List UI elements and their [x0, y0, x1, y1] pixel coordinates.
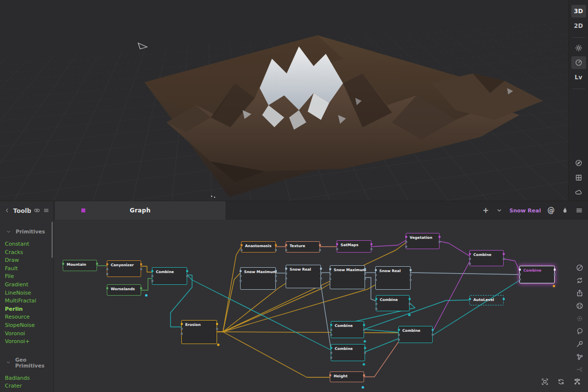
- node-port[interactable]: [405, 236, 407, 238]
- node-port[interactable]: [503, 253, 505, 255]
- node-port[interactable]: [275, 280, 277, 282]
- node-port[interactable]: [285, 249, 287, 251]
- node-port[interactable]: [96, 263, 98, 265]
- fit-view-icon[interactable]: [541, 378, 549, 386]
- toolbox-item-cracks[interactable]: Cracks: [5, 249, 53, 257]
- node-port[interactable]: [275, 249, 277, 251]
- node-port[interactable]: [151, 280, 153, 282]
- graph-node-satmaps[interactable]: SatMaps: [337, 240, 371, 253]
- node-port[interactable]: [370, 243, 372, 245]
- export-icon[interactable]: [576, 289, 584, 297]
- view-2d-button[interactable]: 2D: [571, 20, 586, 32]
- node-port[interactable]: [410, 274, 412, 276]
- node-port[interactable]: [241, 244, 243, 246]
- node-port[interactable]: [503, 298, 505, 300]
- node-port[interactable]: [106, 268, 108, 270]
- node-port[interactable]: [364, 273, 366, 275]
- node-port[interactable]: [320, 277, 322, 279]
- node-port[interactable]: [363, 374, 365, 376]
- node-port[interactable]: [439, 236, 441, 238]
- viewport-3d[interactable]: [0, 0, 568, 201]
- node-port[interactable]: [503, 258, 505, 260]
- node-port[interactable]: [330, 352, 332, 354]
- graph-canvas[interactable]: MountainCanyonizerCombineWorselandsAnast…: [54, 220, 588, 392]
- target-icon[interactable]: [576, 302, 584, 310]
- node-port[interactable]: [329, 278, 331, 280]
- toolbox-section-primitives[interactable]: Primitives: [6, 229, 53, 234]
- node-port[interactable]: [330, 347, 332, 349]
- graph-node-combine[interactable]: Combine: [152, 267, 187, 285]
- cloud-icon[interactable]: [571, 186, 586, 199]
- at-icon[interactable]: @: [547, 207, 555, 214]
- graph-node-snow-maximum[interactable]: Snow Maximum: [240, 267, 276, 290]
- node-port[interactable]: [181, 328, 183, 330]
- gauge-icon[interactable]: [571, 56, 586, 69]
- node-port[interactable]: [409, 298, 411, 300]
- node-port[interactable]: [364, 268, 366, 270]
- sun-icon[interactable]: [571, 42, 586, 54]
- toolbox-item-badlands[interactable]: Badlands: [5, 374, 53, 383]
- node-port[interactable]: [519, 269, 521, 271]
- view-3d-button[interactable]: 3D: [571, 5, 586, 18]
- node-port[interactable]: [216, 328, 218, 330]
- node-port[interactable]: [405, 241, 407, 243]
- graph-node-mountain[interactable]: Mountain: [63, 260, 97, 271]
- node-port[interactable]: [329, 374, 331, 376]
- node-port[interactable]: [181, 323, 183, 325]
- node-port[interactable]: [370, 248, 372, 250]
- node-port[interactable]: [106, 263, 108, 265]
- node-port[interactable]: [432, 329, 434, 331]
- node-port[interactable]: [469, 263, 471, 265]
- node-port[interactable]: [519, 274, 521, 276]
- node-port[interactable]: [285, 268, 287, 270]
- graph-node-texture[interactable]: Texture: [286, 241, 320, 253]
- node-port[interactable]: [106, 287, 108, 289]
- node-port[interactable]: [375, 303, 377, 305]
- node-port[interactable]: [330, 329, 332, 331]
- node-port[interactable]: [241, 249, 243, 251]
- graph-node-height[interactable]: Height: [330, 371, 364, 382]
- node-port[interactable]: [285, 244, 287, 246]
- node-port[interactable]: [330, 357, 332, 359]
- toolbox-item-crater[interactable]: Crater: [5, 382, 53, 391]
- node-port[interactable]: [329, 268, 331, 270]
- node-port[interactable]: [410, 269, 412, 271]
- node-port[interactable]: [330, 334, 332, 336]
- toolbox-item-resource[interactable]: Resource: [5, 313, 53, 322]
- graph-node-snow-maximum[interactable]: Snow Maximum: [330, 265, 365, 289]
- toolbox-item-slopenoise[interactable]: SlopeNoise: [5, 322, 53, 330]
- node-port[interactable]: [375, 274, 377, 276]
- graph-node-combine[interactable]: Combine: [398, 326, 433, 343]
- graph-node-combine[interactable]: Combine: [469, 250, 504, 266]
- graph-node-combine[interactable]: Combine: [376, 295, 410, 311]
- node-port[interactable]: [62, 263, 64, 265]
- graph-node-worselands[interactable]: Worselands: [107, 284, 141, 296]
- graph-node-autolevel[interactable]: AutoLevel: [469, 295, 504, 305]
- node-port[interactable]: [375, 269, 377, 271]
- graph-node-snow-real[interactable]: Snow Real: [375, 266, 411, 290]
- node-port[interactable]: [140, 287, 142, 289]
- toolbox-item-fault[interactable]: Fault: [5, 265, 53, 273]
- chevron-left-icon[interactable]: [4, 207, 10, 214]
- node-port[interactable]: [398, 339, 400, 341]
- node-port[interactable]: [439, 241, 441, 243]
- hamburger-icon[interactable]: [575, 207, 583, 214]
- sidebar-scrollbar[interactable]: [51, 222, 53, 258]
- graph-node-anastomosis[interactable]: Anastomosis: [241, 241, 276, 253]
- toolbox-item-multifractal[interactable]: MultiFractal: [5, 297, 53, 305]
- graph-node-erosion[interactable]: Erosion: [181, 320, 217, 344]
- toolbox-item-perlin[interactable]: Perlin: [5, 305, 53, 314]
- node-port[interactable]: [554, 269, 556, 271]
- node-port[interactable]: [240, 280, 242, 282]
- node-port[interactable]: [275, 270, 277, 272]
- selected-node-label[interactable]: Snow Real: [510, 208, 541, 214]
- lasso-icon[interactable]: [576, 327, 584, 335]
- sparkle-icon[interactable]: [576, 315, 584, 323]
- toolbox-item-voronoi[interactable]: Voronoi: [5, 330, 53, 338]
- node-port[interactable]: [140, 268, 142, 270]
- node-port[interactable]: [469, 298, 471, 300]
- branch-icon[interactable]: [576, 353, 584, 361]
- toolbox-item-constant[interactable]: Constant: [5, 240, 53, 249]
- node-port[interactable]: [181, 333, 183, 335]
- split-icon[interactable]: [576, 366, 584, 373]
